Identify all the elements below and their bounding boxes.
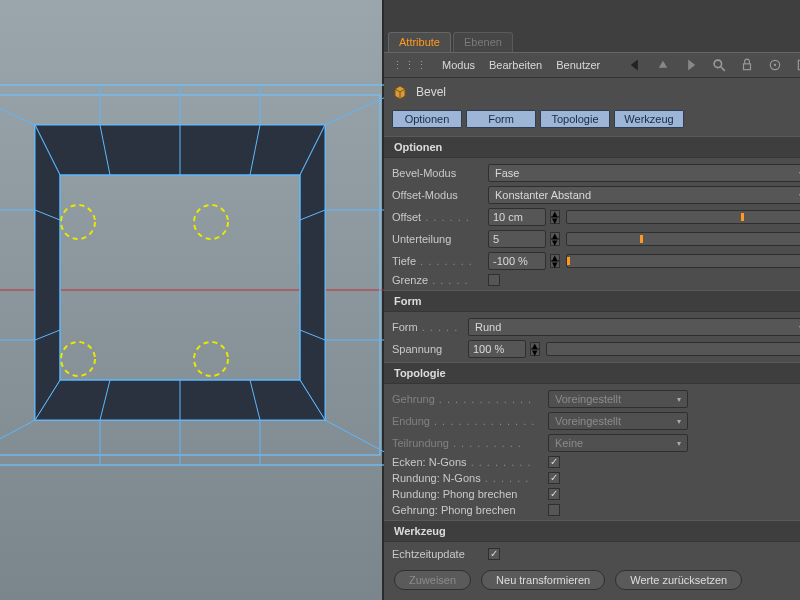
label-echtzeit: Echtzeitupdate — [392, 548, 482, 560]
tool-name: Bevel — [416, 85, 446, 99]
label-form: Form . . . . . — [392, 321, 462, 333]
new-window-icon[interactable] — [796, 58, 800, 72]
tab-ebenen[interactable]: Ebenen — [453, 32, 513, 52]
lock-icon[interactable] — [740, 58, 754, 72]
select-teilrundung: Keine▾ — [548, 434, 688, 452]
label-teilrundung: Teilrundung . . . . . . . . . — [392, 437, 542, 449]
checkbox-rundung-phong[interactable] — [548, 488, 560, 500]
checkbox-echtzeit[interactable] — [488, 548, 500, 560]
label-rundung-phong: Rundung: Phong brechen — [392, 488, 542, 500]
subtab-topologie[interactable]: Topologie — [540, 110, 610, 128]
menu-modus[interactable]: Modus — [442, 59, 475, 71]
checkbox-gehrung-phong[interactable] — [548, 504, 560, 516]
tab-attribute[interactable]: Attribute — [388, 32, 451, 52]
select-gehrung: Voreingestellt▾ — [548, 390, 688, 408]
panel-top-spacer — [384, 0, 800, 32]
svg-point-33 — [61, 205, 95, 239]
checkbox-grenze[interactable] — [488, 274, 500, 286]
label-gehrung: Gehrung . . . . . . . . . . . . — [392, 393, 542, 405]
nav-up-icon[interactable] — [656, 58, 670, 72]
section-topologie: Topologie — [384, 362, 800, 384]
svg-marker-7 — [35, 125, 60, 420]
svg-point-36 — [194, 342, 228, 376]
svg-rect-39 — [744, 64, 751, 70]
spinner-unterteilung[interactable]: ▴▾ — [550, 232, 560, 246]
svg-marker-5 — [300, 125, 325, 420]
button-neu-transformieren[interactable]: Neu transformieren — [481, 570, 605, 590]
subtab-optionen[interactable]: Optionen — [392, 110, 462, 128]
svg-point-35 — [61, 342, 95, 376]
spinner-offset[interactable]: ▴▾ — [550, 210, 560, 224]
select-endung: Voreingestellt▾ — [548, 412, 688, 430]
select-offset-modus[interactable]: Konstanter Abstand▾ — [488, 186, 800, 204]
field-unterteilung[interactable]: 5 — [488, 230, 546, 248]
slider-offset[interactable] — [566, 210, 800, 224]
subtab-werkzeug[interactable]: Werkzeug — [614, 110, 684, 128]
select-bevel-modus[interactable]: Fase▾ — [488, 164, 800, 182]
label-endung: Endung . . . . . . . . . . . . . — [392, 415, 542, 427]
svg-rect-8 — [60, 175, 300, 380]
subtab-form[interactable]: Form — [466, 110, 536, 128]
label-grenze: Grenze . . . . . — [392, 274, 482, 286]
slider-tiefe[interactable] — [566, 254, 800, 268]
panel-tabs: Attribute Ebenen — [384, 32, 800, 52]
spinner-tiefe[interactable]: ▴▾ — [550, 254, 560, 268]
field-tiefe[interactable]: -100 % — [488, 252, 546, 270]
label-spannung: Spannung — [392, 343, 462, 355]
field-offset[interactable]: 10 cm — [488, 208, 546, 226]
svg-line-38 — [721, 67, 725, 71]
label-tiefe: Tiefe . . . . . . . — [392, 255, 482, 267]
menu-bearbeiten[interactable]: Bearbeiten — [489, 59, 542, 71]
svg-line-11 — [0, 420, 35, 455]
select-form[interactable]: Rund▾ — [468, 318, 800, 336]
attribute-menubar: ⋮⋮⋮ Modus Bearbeiten Benutzer — [384, 52, 800, 78]
search-icon[interactable] — [712, 58, 726, 72]
button-zuweisen[interactable]: Zuweisen — [394, 570, 471, 590]
label-offset-modus: Offset-Modus — [392, 189, 482, 201]
label-rundung-ngons: Rundung: N-Gons . . . . . . — [392, 472, 542, 484]
slider-unterteilung[interactable] — [566, 232, 800, 246]
slider-spannung[interactable] — [546, 342, 800, 356]
button-werte-zuruecksetzen[interactable]: Werte zurücksetzen — [615, 570, 742, 590]
section-optionen: Optionen — [384, 136, 800, 158]
label-ecken-ngons: Ecken: N-Gons . . . . . . . . — [392, 456, 542, 468]
svg-line-10 — [325, 95, 384, 125]
field-spannung[interactable]: 100 % — [468, 340, 526, 358]
svg-point-37 — [714, 60, 721, 67]
target-icon[interactable] — [768, 58, 782, 72]
section-form: Form — [384, 290, 800, 312]
viewport-3d[interactable] — [0, 0, 384, 600]
grip-icon[interactable]: ⋮⋮⋮ — [392, 59, 428, 72]
attribute-manager: Attribute Ebenen ⋮⋮⋮ Modus Bearbeiten Be… — [384, 0, 800, 600]
nav-back-icon[interactable] — [628, 58, 642, 72]
section-werkzeug: Werkzeug — [384, 520, 800, 542]
label-bevel-modus: Bevel-Modus — [392, 167, 482, 179]
label-unterteilung: Unterteilung — [392, 233, 482, 245]
svg-point-34 — [194, 205, 228, 239]
tool-subtabs: Optionen Form Topologie Werkzeug — [384, 106, 800, 136]
svg-line-12 — [325, 420, 384, 455]
tool-title-row: Bevel — [384, 78, 800, 106]
spinner-spannung[interactable]: ▴▾ — [530, 342, 540, 356]
menu-benutzer[interactable]: Benutzer — [556, 59, 600, 71]
svg-point-41 — [774, 64, 776, 66]
nav-fwd-icon[interactable] — [684, 58, 698, 72]
label-gehrung-phong: Gehrung: Phong brechen — [392, 504, 542, 516]
svg-line-9 — [0, 95, 35, 125]
label-offset: Offset . . . . . . — [392, 211, 482, 223]
bevel-tool-icon — [392, 84, 408, 100]
checkbox-rundung-ngons[interactable] — [548, 472, 560, 484]
checkbox-ecken-ngons[interactable] — [548, 456, 560, 468]
